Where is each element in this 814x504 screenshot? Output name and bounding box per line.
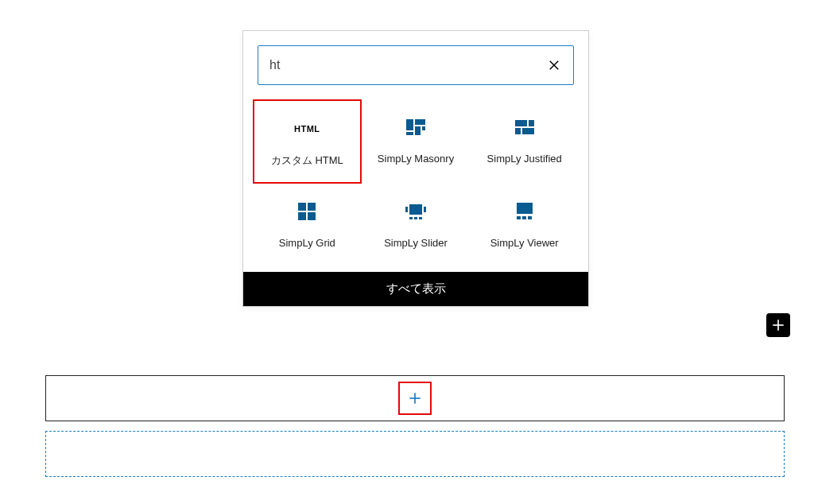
- svg-rect-2: [406, 119, 413, 130]
- svg-rect-8: [529, 120, 534, 126]
- block-label: SimpLy Justified: [487, 152, 562, 166]
- svg-rect-3: [415, 119, 425, 125]
- svg-rect-11: [298, 203, 306, 211]
- svg-rect-6: [406, 132, 413, 135]
- block-label: SimpLy Grid: [279, 236, 335, 250]
- svg-rect-17: [424, 207, 426, 212]
- block-label: SimpLy Slider: [384, 236, 448, 250]
- svg-rect-7: [515, 120, 527, 126]
- svg-rect-21: [517, 203, 533, 214]
- block-label: カスタム HTML: [271, 153, 343, 168]
- block-simply-justified[interactable]: SimpLy Justified: [470, 99, 579, 184]
- slider-icon: [405, 198, 427, 225]
- svg-rect-20: [419, 217, 422, 219]
- clear-search-button[interactable]: [546, 57, 562, 73]
- svg-rect-15: [409, 204, 422, 215]
- viewer-icon: [514, 198, 536, 225]
- block-inserter-panel: HTML カスタム HTML SimpLy Masonry: [242, 30, 589, 307]
- svg-rect-10: [522, 128, 534, 134]
- block-simply-viewer[interactable]: SimpLy Viewer: [470, 184, 579, 265]
- block-label: SimpLy Viewer: [490, 236, 559, 250]
- svg-rect-5: [422, 126, 425, 130]
- search-field: [258, 45, 574, 85]
- block-simply-grid[interactable]: SimpLy Grid: [253, 184, 362, 265]
- search-input[interactable]: [269, 58, 546, 72]
- svg-rect-4: [415, 126, 421, 135]
- block-appender: [45, 375, 785, 421]
- plus-icon: [407, 390, 423, 406]
- floating-add-button[interactable]: [766, 313, 790, 337]
- masonry-icon: [405, 114, 427, 141]
- svg-rect-22: [517, 216, 521, 219]
- add-block-button[interactable]: [398, 382, 432, 415]
- svg-rect-9: [515, 128, 521, 134]
- empty-block-placeholder[interactable]: [45, 431, 785, 477]
- svg-rect-14: [308, 212, 316, 220]
- svg-rect-19: [414, 217, 417, 219]
- svg-rect-24: [528, 216, 532, 219]
- svg-rect-12: [308, 203, 316, 211]
- block-label: SimpLy Masonry: [378, 152, 454, 166]
- block-results-grid: HTML カスタム HTML SimpLy Masonry: [243, 85, 588, 272]
- grid-icon: [296, 198, 318, 225]
- svg-rect-18: [409, 217, 413, 219]
- search-container: [243, 31, 588, 85]
- block-custom-html[interactable]: HTML カスタム HTML: [253, 99, 362, 184]
- block-simply-slider[interactable]: SimpLy Slider: [362, 184, 471, 265]
- svg-rect-13: [298, 212, 306, 220]
- svg-rect-16: [405, 207, 408, 212]
- justified-icon: [514, 114, 536, 141]
- close-icon: [547, 58, 561, 72]
- block-simply-masonry[interactable]: SimpLy Masonry: [362, 99, 471, 184]
- svg-rect-23: [522, 216, 526, 219]
- plus-icon: [770, 317, 786, 333]
- html-icon: HTML: [294, 115, 320, 142]
- browse-all-button[interactable]: すべて表示: [243, 272, 588, 306]
